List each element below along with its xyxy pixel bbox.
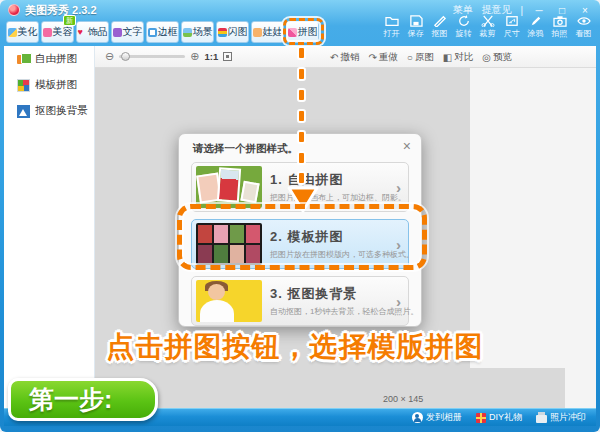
crop-button[interactable]: 裁剪 xyxy=(476,15,499,39)
option-title: 3. 抠图换背景 xyxy=(270,285,394,303)
zoom-ratio-button[interactable]: 1:1 xyxy=(204,51,218,62)
dashed-line-segment xyxy=(297,67,306,81)
cutout-button[interactable]: 抠图 xyxy=(428,15,451,39)
zoom-out-icon[interactable]: ⊖ xyxy=(105,51,114,62)
tab-flash[interactable]: 闪图 xyxy=(216,21,249,43)
maximize-button[interactable]: □ xyxy=(555,5,569,16)
cutout-background-thumbnail xyxy=(196,280,262,322)
viewer-button[interactable]: 看图 xyxy=(572,15,595,39)
redo-button[interactable]: ↷重做 xyxy=(368,51,397,64)
heart-icon: ♥ xyxy=(78,28,87,37)
dashed-line-segment xyxy=(297,151,306,165)
titlebar-divider: | xyxy=(520,5,523,16)
image-size-label: 200 × 145 xyxy=(383,394,423,404)
tab-doll[interactable]: 娃娃 xyxy=(251,21,284,43)
dashed-line-segment xyxy=(297,109,306,123)
app-window: 美图秀秀 2.3.2 菜单 提意见 | ─ □ × 美化 美容新 ♥饰品 文字 … xyxy=(0,0,600,432)
collage-tab-highlight-box xyxy=(283,18,324,45)
beautify-icon xyxy=(8,28,17,37)
eye-icon xyxy=(577,15,591,27)
tutorial-instruction-text: 点击拼图按钮，选择模版拼图 xyxy=(80,328,510,366)
save-button[interactable]: 保存 xyxy=(404,15,427,39)
tab-scenes[interactable]: 场景 xyxy=(181,21,214,43)
step-badge-label: 第一步: xyxy=(11,383,112,416)
compare-button[interactable]: ◧对比 xyxy=(443,51,473,64)
chevron-right-icon: › xyxy=(396,179,401,196)
undo-icon: ↶ xyxy=(330,52,338,63)
canvas-image-area-bottom xyxy=(470,368,565,408)
dialog-close-icon[interactable]: × xyxy=(403,139,411,153)
redo-icon: ↷ xyxy=(368,52,376,63)
camera-icon xyxy=(553,15,567,27)
free-collage-thumbnail xyxy=(196,166,262,208)
tab-frames[interactable]: 边框 xyxy=(146,21,179,43)
doodle-button[interactable]: 涂鸦 xyxy=(524,15,547,39)
fit-screen-icon[interactable] xyxy=(223,52,232,61)
preview-icon: ◎ xyxy=(482,52,491,63)
text-icon xyxy=(113,28,122,37)
chevron-right-icon: › xyxy=(396,293,401,310)
photo-print-button[interactable]: 照片冲印 xyxy=(536,411,586,424)
tab-text[interactable]: 文字 xyxy=(111,21,144,43)
sidebar-item-template-collage[interactable]: 模板拼图 xyxy=(4,72,94,98)
template-collage-icon xyxy=(17,79,30,92)
save-icon xyxy=(409,15,423,27)
scene-icon xyxy=(183,28,192,37)
step-badge: 第一步: xyxy=(8,378,158,421)
scissors-icon xyxy=(481,15,495,27)
cutout-background-icon xyxy=(17,105,30,118)
compare-icon: ◧ xyxy=(443,52,452,63)
sidebar-item-cutout-background[interactable]: 抠图换背景 xyxy=(4,98,94,124)
original-button[interactable]: ○原图 xyxy=(407,51,434,64)
original-icon: ○ xyxy=(407,52,413,63)
free-collage-icon xyxy=(17,53,30,66)
dashed-line-segment xyxy=(297,88,306,102)
printer-icon xyxy=(536,415,547,423)
frame-icon xyxy=(148,28,157,37)
camera-button[interactable]: 拍照 xyxy=(548,15,571,39)
dashed-line-segment xyxy=(297,130,306,144)
resize-icon xyxy=(505,15,519,27)
option-cutout-background[interactable]: 3. 抠图换背景 自动抠图，1秒钟去背景，轻松合成照片。 › xyxy=(191,276,409,326)
pen-icon xyxy=(433,15,447,27)
quick-tools: 打开 保存 抠图 旋转 裁剪 尺寸 涂鸦 拍照 看图 xyxy=(380,15,595,39)
zoom-slider[interactable] xyxy=(119,55,185,58)
zoom-in-icon[interactable]: ⊕ xyxy=(190,51,199,62)
dashed-line-segment xyxy=(297,171,306,185)
zoom-slider-knob[interactable] xyxy=(121,52,130,61)
preview-button[interactable]: ◎预览 xyxy=(482,51,512,64)
undo-button[interactable]: ↶撤销 xyxy=(330,51,359,64)
open-button[interactable]: 打开 xyxy=(380,15,403,39)
tab-decorations[interactable]: ♥饰品 xyxy=(76,21,109,43)
canvas-toolbar: ⊖ ⊕ 1:1 ↶撤销 ↷重做 ○原图 ◧对比 ◎预览 xyxy=(95,46,596,68)
app-logo-icon xyxy=(8,4,20,16)
folder-icon xyxy=(385,15,399,27)
dashed-line-segment xyxy=(297,46,306,60)
beauty-icon xyxy=(43,28,52,37)
person-icon xyxy=(412,412,423,423)
tab-beauty[interactable]: 美容新 xyxy=(41,21,74,43)
gift-icon xyxy=(476,413,486,423)
diy-gift-button[interactable]: DIY礼物 xyxy=(476,411,522,424)
sidebar-item-free-collage[interactable]: 自由拼图 xyxy=(4,46,94,72)
resize-button[interactable]: 尺寸 xyxy=(500,15,523,39)
option-desc: 自动抠图，1秒钟去背景，轻松合成照片。 xyxy=(270,306,394,317)
rotate-icon xyxy=(457,15,471,27)
tab-bar: 美化 美容新 ♥饰品 文字 边框 场景 闪图 娃娃 拼图 xyxy=(6,21,319,45)
close-button[interactable]: × xyxy=(578,5,592,16)
flash-icon xyxy=(218,28,227,37)
share-to-album-button[interactable]: 发到相册 xyxy=(412,411,462,424)
tab-beautify[interactable]: 美化 xyxy=(6,21,39,43)
rotate-button[interactable]: 旋转 xyxy=(452,15,475,39)
new-badge: 新 xyxy=(63,15,76,26)
minimize-button[interactable]: ─ xyxy=(532,5,546,16)
doll-icon xyxy=(253,28,262,37)
template-option-highlight-box xyxy=(177,204,427,270)
app-title: 美图秀秀 2.3.2 xyxy=(25,3,97,18)
brush-icon xyxy=(529,15,543,27)
